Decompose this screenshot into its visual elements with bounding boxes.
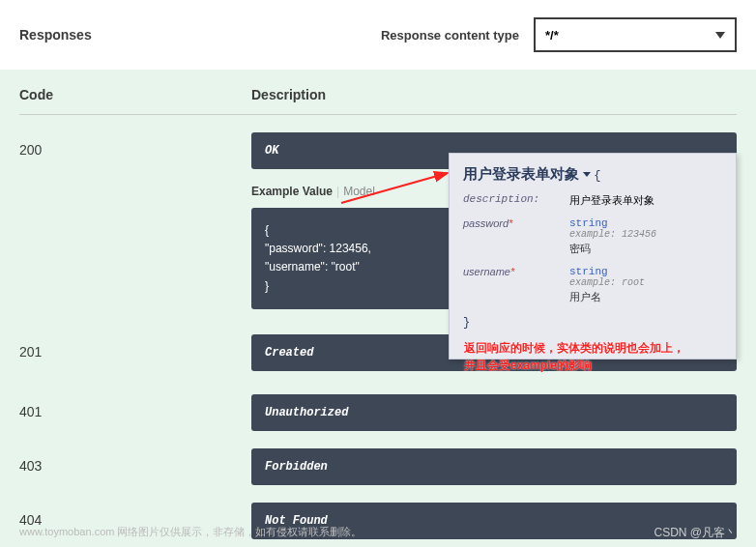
chevron-down-icon xyxy=(583,172,591,177)
response-row-401: 401 Unauthorized xyxy=(19,394,737,431)
response-desc: Forbidden xyxy=(251,448,737,485)
tab-model[interactable]: Model xyxy=(343,185,375,198)
code-column-header: Code xyxy=(19,87,251,102)
field-example: example: 123456 xyxy=(569,229,722,240)
response-row-403: 403 Forbidden xyxy=(19,448,737,485)
chevron-down-icon xyxy=(715,32,725,39)
field-description-key: description: xyxy=(463,193,569,208)
response-code: 403 xyxy=(19,448,251,474)
field-desc: 密码 xyxy=(569,242,722,256)
field-type: string xyxy=(569,266,722,277)
tab-example-value[interactable]: Example Value xyxy=(251,185,333,198)
content-type-select[interactable]: */* xyxy=(534,17,737,52)
description-column-header: Description xyxy=(251,87,737,102)
field-name: password* xyxy=(463,217,569,256)
required-star-icon: * xyxy=(509,217,512,229)
content-type-value: */* xyxy=(545,28,559,43)
responses-title: Responses xyxy=(19,27,92,43)
model-tooltip: 用户登录表单对象 { description: 用户登录表单对象 passwor… xyxy=(449,153,737,360)
field-description-val: 用户登录表单对象 xyxy=(569,193,722,208)
content-type-label: Response content type xyxy=(381,28,519,43)
field-name: username* xyxy=(463,266,569,304)
tab-separator: | xyxy=(336,185,339,198)
tooltip-title[interactable]: 用户登录表单对象 xyxy=(463,165,591,184)
annotation-text: 返回响应的时候，实体类的说明也会加上， 并且会受example的影响 xyxy=(464,339,684,374)
response-code: 200 xyxy=(19,132,251,158)
response-code: 201 xyxy=(19,334,251,360)
brace-open: { xyxy=(594,169,600,183)
response-desc: Unauthorized xyxy=(251,394,737,431)
footer-watermark-left: www.toymoban.com 网络图片仅供展示，非存储，如有侵权请联系删除。 xyxy=(19,525,362,541)
field-desc: 用户名 xyxy=(569,290,722,304)
brace-close: } xyxy=(463,316,722,330)
response-code: 404 xyxy=(19,503,251,528)
required-star-icon: * xyxy=(510,266,514,277)
field-example: example: root xyxy=(569,277,722,288)
footer-watermark-right: CSDN @凡客丶 xyxy=(654,525,737,541)
response-code: 401 xyxy=(19,394,251,419)
field-type: string xyxy=(569,217,722,229)
